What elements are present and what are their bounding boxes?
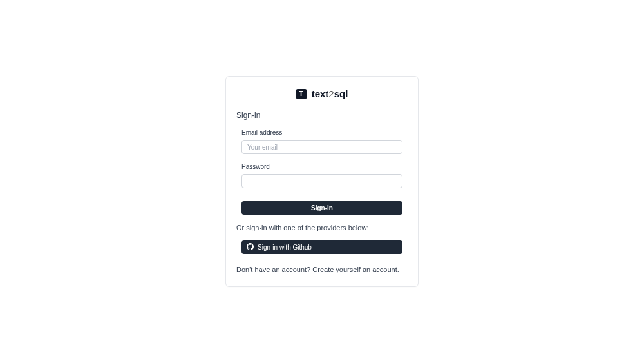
- signin-card: T text2sql Sign-in Email address Passwor…: [225, 76, 419, 287]
- create-account-link[interactable]: Create yourself an account.: [312, 266, 399, 273]
- provider-divider-text: Or sign-in with one of the providers bel…: [236, 224, 408, 231]
- page-heading: Sign-in: [236, 111, 408, 120]
- logo-text: text2sql: [312, 88, 348, 99]
- logo: T text2sql: [236, 88, 408, 99]
- password-input[interactable]: [242, 174, 402, 188]
- email-label: Email address: [242, 129, 402, 136]
- email-input[interactable]: [242, 140, 402, 154]
- github-signin-button[interactable]: Sign-in with Github: [242, 240, 402, 254]
- signup-prompt: Don't have an account? Create yourself a…: [236, 266, 408, 273]
- logo-badge: T: [296, 89, 307, 99]
- github-icon: [247, 243, 254, 251]
- signin-form: Email address Password: [236, 129, 408, 197]
- signin-button[interactable]: Sign-in: [242, 201, 402, 215]
- logo-text-part2: 2: [328, 88, 334, 99]
- logo-text-part3: sql: [334, 88, 348, 99]
- logo-text-part1: text: [312, 88, 329, 99]
- github-button-label: Sign-in with Github: [258, 244, 312, 251]
- signup-prefix: Don't have an account?: [236, 266, 312, 273]
- password-label: Password: [242, 163, 402, 170]
